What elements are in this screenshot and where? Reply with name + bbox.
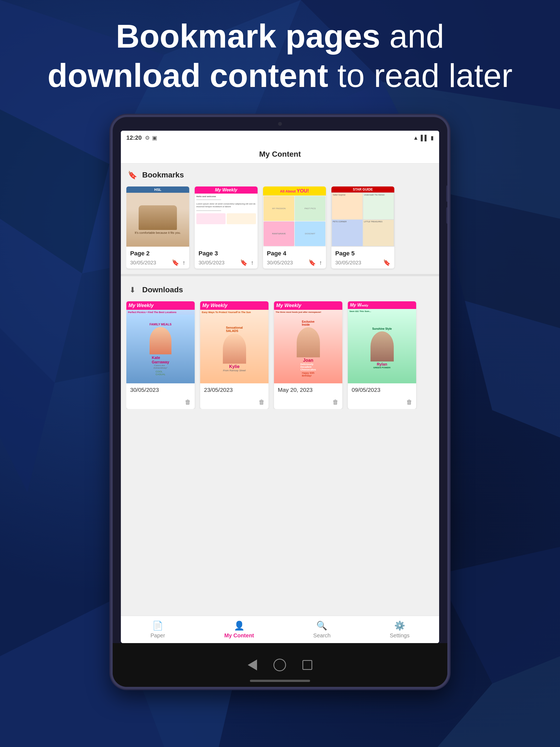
home-indicator: [250, 680, 310, 682]
nav-item-settings[interactable]: ⚙️ Settings: [390, 620, 409, 639]
bookmark-info-1: Page 2 30/05/2023 🔖 ↑: [126, 247, 189, 268]
download-actions-4[interactable]: 🗑: [348, 398, 416, 409]
bookmark-actions-1: 🔖 ↑: [172, 259, 185, 266]
download-date-4: 09/05/2023: [352, 387, 412, 393]
download-info-2: 23/05/2023: [200, 383, 269, 398]
section-separator: [121, 274, 439, 276]
download-actions-1[interactable]: 🗑: [126, 398, 195, 409]
download-info-1: 30/05/2023: [126, 383, 195, 398]
downloads-row: My Weekly Perfect Picnics • Find The Bes…: [126, 301, 434, 409]
download-date-3: May 20, 2023: [278, 387, 338, 393]
bookmark-icon-1[interactable]: 🔖: [172, 259, 179, 266]
status-icons: ▲ ▌▌ ▮: [413, 134, 434, 141]
share-icon-2[interactable]: ↑: [251, 259, 254, 266]
bookmark-page-3: Page 4: [267, 250, 322, 257]
bookmark-date-row-4: 30/05/2023 🔖: [335, 259, 390, 266]
my-content-nav-label: My Content: [224, 633, 254, 639]
download-info-3: May 20, 2023: [274, 383, 342, 398]
bookmark-date-1: 30/05/2023: [130, 260, 156, 266]
signal-icon: ▌▌: [421, 135, 429, 141]
nav-item-search[interactable]: 🔍 Search: [313, 620, 331, 639]
bookmark-icon-4[interactable]: 🔖: [383, 259, 390, 266]
tablet-screen: 12:20 ⚙ ▣ ▲ ▌▌ ▮ My Content 🔖 Bookmarks: [121, 131, 439, 643]
download-item-4[interactable]: My Weekly Save £££ This Sum... Sunshine …: [348, 301, 416, 409]
share-icon-3[interactable]: ↑: [319, 259, 322, 266]
bookmarks-section-title: Bookmarks: [142, 171, 184, 179]
bookmark-actions-2: 🔖 ↑: [240, 259, 254, 266]
download-actions-3[interactable]: 🗑: [274, 398, 342, 409]
wifi-icon: ▲: [413, 135, 418, 141]
bookmarks-section: 🔖 Bookmarks HSL It's comfo: [121, 163, 439, 274]
sim-status-icon: ▣: [152, 134, 157, 141]
android-back-button[interactable]: [248, 660, 257, 670]
status-bar: 12:20 ⚙ ▣ ▲ ▌▌ ▮: [121, 131, 439, 145]
bookmark-info-2: Page 3 30/05/2023 🔖 ↑: [195, 247, 258, 268]
android-recents-button[interactable]: [302, 660, 312, 670]
hsl-cover-header: HSL: [126, 186, 189, 193]
share-icon-1[interactable]: ↑: [182, 259, 185, 266]
tablet-camera: [278, 122, 282, 126]
bookmark-thumb-1: HSL It's comfortable because it fits you…: [126, 186, 189, 247]
search-nav-icon: 🔍: [316, 620, 327, 631]
volume-down-button[interactable]: [446, 207, 449, 224]
nav-item-my-content[interactable]: 👤 My Content: [224, 620, 254, 639]
android-home-button[interactable]: [274, 659, 286, 671]
download-thumb-4: My Weekly Save £££ This Sum... Sunshine …: [348, 301, 416, 383]
bookmark-page-4: Page 5: [335, 250, 390, 257]
nav-item-paper[interactable]: 📄 Paper: [150, 620, 165, 639]
bookmark-item-2[interactable]: My Weekly Hello and welcome ────────────…: [195, 186, 258, 268]
bookmarks-section-icon: 🔖: [126, 169, 138, 181]
download-thumb-1: My Weekly Perfect Picnics • Find The Bes…: [126, 301, 195, 383]
delete-icon-4[interactable]: 🗑: [406, 398, 412, 406]
tablet-frame: 12:20 ⚙ ▣ ▲ ▌▌ ▮ My Content 🔖 Bookmarks: [110, 115, 450, 689]
download-thumb-3: My Weekly The three most foods just afte…: [274, 301, 342, 383]
settings-nav-label: Settings: [390, 633, 409, 639]
downloads-section-icon: ⬇: [126, 284, 138, 296]
download-item-3[interactable]: My Weekly The three most foods just afte…: [274, 301, 342, 409]
download-thumb-2: My Weekly Easy Ways To Protect Yourself …: [200, 301, 269, 383]
hsl-cover-image: It's comfortable because it fits you.: [126, 193, 189, 247]
my-content-nav-icon: 👤: [234, 620, 245, 631]
download-item-1[interactable]: My Weekly Perfect Picnics • Find The Bes…: [126, 301, 195, 409]
bookmark-item-1[interactable]: HSL It's comfortable because it fits you…: [126, 186, 189, 268]
page-title: My Content: [259, 150, 301, 159]
header-section: Bookmark pages and download content to r…: [0, 17, 560, 95]
bookmark-thumb-2: My Weekly Hello and welcome ────────────…: [195, 186, 258, 247]
screen-content[interactable]: 🔖 Bookmarks HSL It's comfo: [121, 163, 439, 616]
bookmark-page-1: Page 2: [130, 250, 185, 257]
volume-up-button[interactable]: [446, 185, 449, 202]
bookmark-date-4: 30/05/2023: [335, 260, 361, 266]
bookmark-info-4: Page 5 30/05/2023 🔖: [331, 247, 394, 268]
bookmark-date-row-3: 30/05/2023 🔖 ↑: [267, 259, 322, 266]
bookmarks-row: HSL It's comfortable because it fits you…: [126, 186, 434, 271]
battery-icon: ▮: [431, 134, 434, 141]
bookmark-item-4[interactable]: STAR GUIDE Safari Surprise Underneath Th…: [331, 186, 394, 268]
bookmark-info-3: Page 4 30/05/2023 🔖 ↑: [263, 247, 326, 268]
delete-icon-3[interactable]: 🗑: [332, 398, 338, 406]
download-date-2: 23/05/2023: [204, 387, 265, 393]
bookmark-icon-3[interactable]: 🔖: [308, 259, 316, 266]
search-nav-label: Search: [313, 633, 331, 639]
header-title: Bookmark pages and download content to r…: [22, 17, 538, 95]
bottom-navigation: 📄 Paper 👤 My Content 🔍 Search ⚙️ Setting…: [121, 616, 439, 643]
downloads-section-header: ⬇ Downloads: [126, 284, 434, 296]
bookmark-actions-4: 🔖: [383, 259, 390, 266]
paper-nav-icon: 📄: [152, 620, 163, 631]
page-title-bar: My Content: [121, 145, 439, 163]
bookmark-thumb-3: All About YOU! MY PASSION PAST PICS RANT…: [263, 186, 326, 247]
download-date-1: 30/05/2023: [130, 387, 191, 393]
delete-icon-1[interactable]: 🗑: [185, 398, 191, 406]
svg-marker-14: [437, 547, 560, 684]
bookmark-item-3[interactable]: All About YOU! MY PASSION PAST PICS RANT…: [263, 186, 326, 268]
download-item-2[interactable]: My Weekly Easy Ways To Protect Yourself …: [200, 301, 269, 409]
download-actions-2[interactable]: 🗑: [200, 398, 269, 409]
bookmark-icon-2[interactable]: 🔖: [240, 259, 248, 266]
tablet-top-bar: [113, 117, 447, 131]
delete-icon-2[interactable]: 🗑: [259, 398, 265, 406]
bookmark-date-2: 30/05/2023: [199, 260, 225, 266]
bookmark-thumb-4: STAR GUIDE Safari Surprise Underneath Th…: [331, 186, 394, 247]
bookmark-date-row-1: 30/05/2023 🔖 ↑: [130, 259, 185, 266]
bookmark-page-2: Page 3: [199, 250, 254, 257]
settings-status-icon: ⚙: [145, 134, 150, 141]
bookmark-actions-3: 🔖 ↑: [308, 259, 322, 266]
